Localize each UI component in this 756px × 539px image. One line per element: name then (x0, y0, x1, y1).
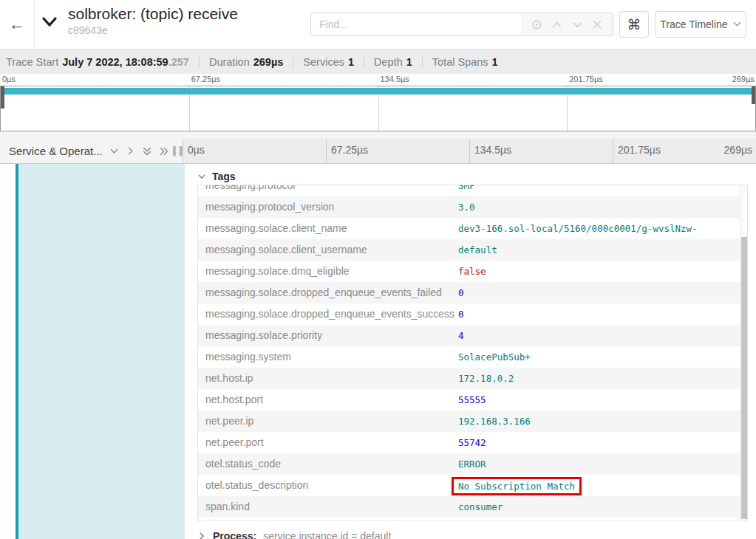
minimap-right-scrubber[interactable] (752, 86, 755, 104)
process-section-toggle[interactable]: Process: service.instance.id = default (197, 530, 391, 539)
summary-value: 269µs (253, 56, 284, 68)
ruler-tick-label: 269µs (724, 144, 752, 156)
summary-divider (364, 55, 364, 68)
next-result-icon[interactable] (572, 19, 583, 30)
tag-value: 3.0 (458, 196, 475, 218)
summary-value-suffix: .257 (168, 56, 189, 68)
summary-value: 1 (348, 56, 354, 68)
summary-divider (293, 55, 293, 68)
tag-key: messaging.protocol_version (205, 196, 334, 218)
trace-page-header: ← solbroker: (topic) receive c89643e ⌘ T… (0, 0, 756, 49)
tag-value: 55742 (458, 432, 486, 453)
minimap-tick-labels: 0µs67.25µs134.5µs201.75µs269µs (0, 75, 756, 86)
tags-scrollbar-thumb[interactable] (741, 237, 747, 519)
double-chevron-right-icon[interactable] (159, 146, 169, 157)
ruler-tick: 0µs (183, 139, 326, 163)
timeline-ruler: 0µs67.25µs134.5µs201.75µs269µs (183, 139, 756, 163)
summary-value: 1 (406, 56, 412, 68)
keyboard-shortcuts-button[interactable]: ⌘ (619, 11, 649, 38)
tag-key: messaging.solace.dropped_enqueue_events_… (205, 303, 454, 325)
view-selector-label: Trace Timeline (660, 18, 727, 30)
summary-label: Trace Start (6, 56, 58, 68)
tag-row: net.host.ip172.18.0.2 (198, 368, 740, 389)
ruler-tick-label: 67.25µs (331, 144, 368, 156)
tag-key: messaging.solace.dropped_enqueue_events_… (205, 282, 442, 303)
tag-row: net.peer.port55742 (198, 432, 740, 453)
tag-row: span.kindconsumer (198, 496, 740, 518)
trace-title: solbroker: (topic) receive (68, 4, 238, 24)
tag-value: 0 (458, 282, 464, 303)
span-name-column-selected[interactable] (18, 164, 185, 539)
tag-key: net.peer.ip (205, 411, 253, 432)
tags-section-title: Tags (212, 171, 236, 182)
tags-rows-viewport: messaging.protocolSMFmessaging.protocol_… (198, 185, 740, 520)
summary-divider (422, 55, 423, 68)
span-collapse-toggle[interactable] (41, 16, 58, 31)
minimap-tick-label: 201.75µs (567, 75, 602, 83)
tag-value: 55555 (458, 389, 486, 411)
tag-row: messaging.solace.client_namedev3-166.sol… (198, 218, 740, 239)
summary-value: July 7 2022, 18:08:59 (62, 56, 168, 68)
process-value: service.instance.id = default (263, 530, 391, 539)
ruler-tick-label: 0µs (188, 144, 205, 156)
tag-key: messaging.solace.client_name (205, 218, 347, 239)
span-color-stripe (16, 164, 18, 539)
tag-key: otel.status_code (205, 453, 281, 475)
ruler-tick-label: 201.75µs (618, 144, 661, 156)
tag-row: otel.status_codeERROR (198, 453, 740, 475)
tag-value: 172.18.0.2 (458, 368, 514, 389)
chevron-right-icon[interactable] (126, 146, 135, 156)
tag-value: consumer (458, 496, 503, 518)
tag-value: ERROR (458, 453, 486, 475)
tag-value: No Subscription Match (452, 477, 582, 495)
clear-icon[interactable] (592, 19, 602, 30)
tag-key: messaging.solace.client_username (205, 239, 367, 261)
chevron-down-icon (197, 172, 206, 181)
tag-row: messaging.solace.client_usernamedefault (198, 239, 740, 261)
tag-value: 4 (458, 325, 464, 346)
tag-key: net.peer.port (205, 432, 264, 453)
tag-key: messaging.system (205, 346, 291, 368)
tag-key: messaging.protocol (205, 185, 295, 196)
trace-id: c89643e (68, 24, 238, 37)
tags-rows: messaging.protocolSMFmessaging.protocol_… (198, 185, 740, 518)
tag-row: messaging.systemSolacePubSub+ (198, 346, 740, 368)
minimap-left-scrubber[interactable] (1, 86, 4, 109)
tag-row: messaging.solace.dropped_enqueue_events_… (198, 303, 740, 325)
minimap-tick-label: 0µs (0, 75, 16, 83)
tags-section-toggle[interactable]: Tags (197, 171, 236, 182)
back-button[interactable]: ← (0, 0, 35, 49)
summary-label: Depth (374, 56, 403, 68)
locate-icon[interactable] (531, 19, 542, 30)
minimap-tick-label: 269µs (732, 75, 755, 83)
tag-key: net.host.port (205, 389, 263, 411)
timeline-minimap[interactable] (0, 86, 756, 131)
title-block: solbroker: (topic) receive c89643e (68, 4, 238, 37)
trace-view-selector[interactable]: Trace Timeline (655, 11, 746, 38)
tag-value: SMF (458, 185, 475, 196)
spacer-band (0, 131, 756, 139)
tag-row: net.host.port55555 (198, 389, 740, 411)
service-operation-title: Service & Operat... (9, 145, 103, 157)
tag-value: default (458, 239, 497, 261)
prev-result-icon[interactable] (551, 19, 562, 30)
minimap-span-bar (4, 88, 752, 95)
chevron-right-icon (197, 532, 206, 539)
tag-row: messaging.protocolSMF (198, 185, 740, 196)
service-operation-header: Service & Operat... (0, 139, 183, 163)
find-toolbar (521, 13, 613, 36)
chevron-down-icon[interactable] (109, 146, 119, 156)
tags-scrollbar-track[interactable] (740, 185, 747, 520)
tag-key: messaging.solace.dmq_eligible (205, 261, 350, 282)
summary-label: Total Spans (432, 56, 488, 68)
tag-key: messaging.solace.priority (205, 325, 322, 346)
summary-label: Services (303, 56, 344, 68)
timeline-columns-header: Service & Operat... ▌▌ 0µs67.25µs134.5µs… (0, 139, 756, 164)
tag-key: otel.status_description (205, 475, 308, 496)
tag-value: 192.168.3.166 (458, 411, 531, 432)
arrow-left-icon: ← (9, 15, 25, 34)
minimap-tick-label: 67.25µs (189, 75, 220, 83)
tag-value: SolacePubSub+ (458, 346, 531, 368)
double-chevron-down-icon[interactable] (142, 146, 152, 157)
find-input[interactable] (310, 13, 522, 36)
